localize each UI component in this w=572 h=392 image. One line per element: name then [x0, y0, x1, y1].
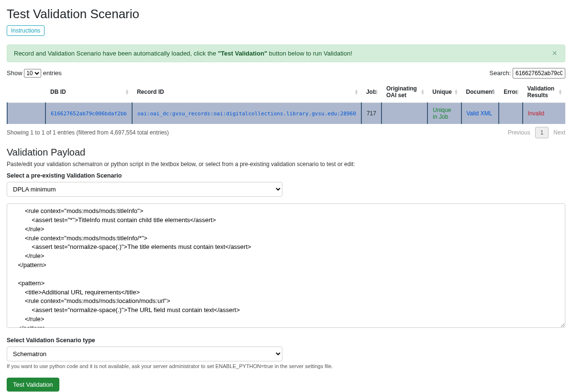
- page-title: Test Validation Scenario: [7, 7, 565, 22]
- col-validation-label: Validation Results: [527, 85, 555, 99]
- close-icon[interactable]: ×: [549, 48, 560, 59]
- auto-load-alert: Record and Validation Scenario have been…: [7, 45, 565, 62]
- cell-error: [499, 103, 522, 124]
- col-document[interactable]: Document▲▼: [461, 81, 499, 103]
- col-db-id-label: DB ID: [50, 89, 66, 95]
- cell-validation: Invalid: [528, 110, 545, 117]
- document-link[interactable]: Valid XML: [467, 110, 493, 117]
- col-oai-set[interactable]: Originating OAI set▲▼: [381, 81, 427, 103]
- col-error[interactable]: Error▲▼: [499, 81, 522, 103]
- payload-textarea[interactable]: [7, 203, 565, 328]
- alert-text-strong: "Test Validation": [218, 50, 267, 57]
- payload-heading: Validation Payload: [7, 147, 565, 158]
- db-id-link[interactable]: 616627652ab79c006bdaf2bb: [51, 111, 127, 117]
- col-record-id-label: Record ID: [137, 89, 164, 95]
- sort-icon: ▲▼: [354, 89, 359, 95]
- sort-icon: ▲▼: [516, 89, 520, 95]
- previous-button[interactable]: Previous: [508, 129, 530, 136]
- scenario-type-select[interactable]: Schematron: [7, 347, 282, 361]
- sort-icon: ▲▼: [125, 89, 129, 95]
- table-row: 616627652ab79c006bdaf2bb oai:oai_dc:gvsu…: [7, 103, 565, 124]
- sort-icon: ▲▼: [374, 89, 379, 95]
- record-id-link[interactable]: oai:oai_dc:gvsu_records:oai:digitalcolle…: [137, 111, 356, 117]
- cell-checkbox: [7, 103, 45, 124]
- cell-unique: Unique in Job: [433, 107, 451, 120]
- table-info: Showing 1 to 1 of 1 entries (filtered fr…: [7, 129, 169, 136]
- pagination: Previous 1 Next: [508, 127, 565, 138]
- test-validation-button[interactable]: Test Validation: [7, 378, 59, 392]
- show-label-post: entries: [43, 69, 62, 77]
- payload-desc: Paste/edit your validation schematron or…: [7, 161, 565, 168]
- col-job[interactable]: Job▲▼: [361, 81, 381, 103]
- cell-oai-set: [381, 103, 427, 124]
- entries-select[interactable]: 10: [24, 69, 41, 78]
- col-unique[interactable]: Unique▲▼: [427, 81, 461, 103]
- show-label-pre: Show: [7, 69, 24, 77]
- sort-icon: ▲▼: [420, 89, 425, 95]
- col-record-id[interactable]: Record ID▲▼: [132, 81, 361, 103]
- col-checkbox: [7, 81, 45, 103]
- scenario-select[interactable]: DPLA minimum: [7, 182, 282, 197]
- search-wrapper: Search:: [490, 68, 565, 78]
- records-table: DB ID▲▼ Record ID▲▼ Job▲▼ Originating OA…: [7, 81, 565, 124]
- search-input[interactable]: [513, 68, 565, 78]
- sort-icon: ▲▼: [558, 89, 562, 95]
- alert-text-pre: Record and Validation Scenario have been…: [14, 50, 218, 57]
- search-label: Search:: [490, 69, 511, 77]
- sort-icon: ▲▼: [492, 89, 496, 95]
- page-1-button[interactable]: 1: [535, 127, 549, 138]
- cell-job: 717: [361, 103, 381, 124]
- scenario-type-label: Select Validation Scenario type: [7, 337, 565, 344]
- next-button[interactable]: Next: [553, 129, 565, 136]
- col-document-label: Document: [466, 89, 494, 95]
- scenario-select-label: Select a pre-existing Validation Scenari…: [7, 172, 565, 179]
- col-db-id[interactable]: DB ID▲▼: [45, 81, 132, 103]
- python-hint: If you want to use python code and it is…: [7, 363, 565, 369]
- alert-text-post: button below to run Validation!: [267, 50, 352, 57]
- entries-selector: Show 10 entries: [7, 69, 62, 78]
- sort-icon: ▲▼: [454, 89, 459, 95]
- col-validation[interactable]: Validation Results▲▼: [523, 81, 565, 103]
- col-oai-set-label: Originating OAI set: [386, 85, 417, 99]
- col-unique-label: Unique: [432, 89, 452, 95]
- instructions-button[interactable]: Instructions: [7, 25, 45, 36]
